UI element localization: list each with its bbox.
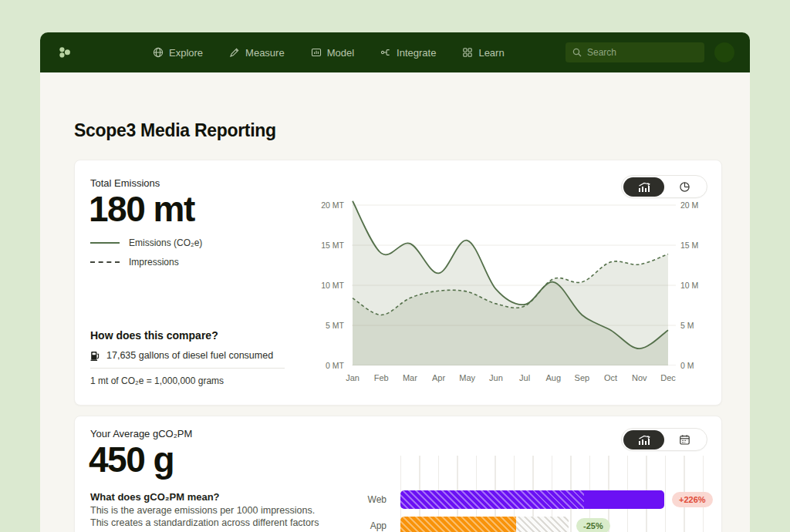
month-label: Nov: [626, 373, 653, 382]
nav-item-explore[interactable]: Explore: [153, 47, 203, 59]
chart-icon: [638, 435, 650, 445]
gco2pm-card: Your Average gCO₂PM 450 g What does gCO₂…: [74, 416, 722, 532]
emissions-impressions-chart: [352, 189, 676, 365]
page-background: Explore Measure Model: [0, 0, 790, 532]
globe-icon: [153, 47, 164, 58]
month-label: May: [454, 373, 481, 382]
month-label: Apr: [425, 373, 453, 382]
calendar-toggle-button[interactable]: [664, 430, 705, 450]
month-label: Jun: [482, 373, 510, 382]
divider: [90, 368, 285, 369]
scope3-logo[interactable]: [58, 46, 72, 59]
nav-item-label: Learn: [478, 47, 504, 59]
search-input[interactable]: [587, 47, 697, 58]
dashed-line-swatch: [90, 261, 120, 263]
right-axis-tick: 0 M: [680, 361, 727, 370]
nav-item-model[interactable]: Model: [311, 47, 354, 59]
search-icon: [572, 48, 582, 57]
month-label: Mar: [396, 373, 424, 382]
nav-item-learn[interactable]: Learn: [462, 47, 504, 59]
right-axis-tick: 15 M: [680, 241, 727, 250]
bar-segment-hatched: [400, 490, 584, 509]
nav-item-label: Measure: [245, 47, 285, 59]
total-emissions-card: Total Emissions 180 mt Emissions (CO₂e) …: [74, 160, 722, 406]
change-badge: -25%: [576, 518, 610, 532]
right-axis-tick: 5 M: [680, 321, 727, 330]
plug-icon: [380, 47, 391, 58]
bar-row: Web+226%: [90, 490, 720, 509]
bar-segment-hatched: [400, 517, 516, 532]
fuel-pump-icon: [90, 351, 100, 361]
nav-menu: Explore Measure Model: [153, 47, 505, 59]
compare-heading: How does this compare?: [90, 329, 218, 342]
month-label: Jul: [511, 373, 538, 382]
calendar-icon: [679, 434, 690, 446]
grid-icon: [462, 47, 473, 58]
left-axis-tick: 15 MT: [298, 241, 344, 250]
app-window: Explore Measure Model: [40, 32, 750, 532]
left-axis-tick: 20 MT: [298, 200, 344, 210]
search-box[interactable]: [565, 42, 704, 62]
top-navbar: Explore Measure Model: [40, 32, 750, 72]
nav-item-label: Model: [327, 47, 354, 59]
compare-item-text: 17,635 gallons of diesel fuel consumed: [106, 350, 273, 361]
chart-type-toggle: [621, 428, 707, 451]
nav-item-measure[interactable]: Measure: [229, 47, 285, 59]
left-axis-tick: 0 MT: [298, 361, 344, 370]
month-label: Aug: [539, 373, 567, 382]
bar-segment-ghost: [516, 517, 569, 532]
bar: [400, 490, 664, 509]
pencil-icon: [229, 47, 240, 58]
area-chart-svg: [352, 189, 676, 365]
card-title: Your Average gCO₂PM: [90, 428, 192, 439]
user-avatar[interactable]: [714, 42, 734, 62]
change-badge: +226%: [672, 492, 713, 507]
chart-box-icon: [311, 47, 322, 58]
bar-category-label: Web: [90, 494, 387, 505]
bar-category-label: App: [90, 520, 387, 531]
right-axis-tick: 10 M: [680, 281, 727, 290]
month-label: Jan: [339, 373, 366, 382]
bar-segment-solid: [584, 490, 664, 509]
bar-chart-toggle-button[interactable]: [623, 430, 664, 450]
legend-label: Impressions: [129, 257, 179, 268]
conversion-footnote: 1 mt of CO₂e = 1,000,000 grams: [90, 375, 224, 386]
bar: [400, 517, 569, 532]
month-label: Oct: [597, 373, 625, 382]
bar-row: App-25%: [90, 517, 720, 532]
nav-item-label: Integrate: [397, 47, 436, 59]
channel-bar-chart: Web+226%App-25%Social+116%: [90, 456, 720, 532]
pie-icon: [679, 181, 690, 193]
compare-row: 17,635 gallons of diesel fuel consumed: [90, 350, 273, 361]
legend-item-emissions: Emissions (CO₂e): [90, 237, 202, 248]
chart-legend: Emissions (CO₂e) Impressions: [90, 237, 202, 268]
nav-item-label: Explore: [169, 47, 203, 59]
legend-item-impressions: Impressions: [90, 257, 202, 268]
left-axis-tick: 10 MT: [298, 281, 344, 290]
main-panel: Scope3 Media Reporting Total Emissions 1…: [40, 72, 750, 532]
total-emissions-value: 180 mt: [89, 188, 194, 230]
nav-item-integrate[interactable]: Integrate: [380, 47, 436, 59]
month-label: Sep: [568, 373, 596, 382]
card-title: Total Emissions: [90, 177, 160, 189]
legend-label: Emissions (CO₂e): [129, 237, 202, 248]
left-axis-tick: 5 MT: [298, 321, 344, 330]
page-title: Scope3 Media Reporting: [74, 120, 276, 141]
month-label: Dec: [654, 373, 682, 382]
solid-line-swatch: [90, 242, 120, 244]
right-axis-tick: 20 M: [680, 200, 727, 210]
month-label: Feb: [367, 373, 395, 382]
